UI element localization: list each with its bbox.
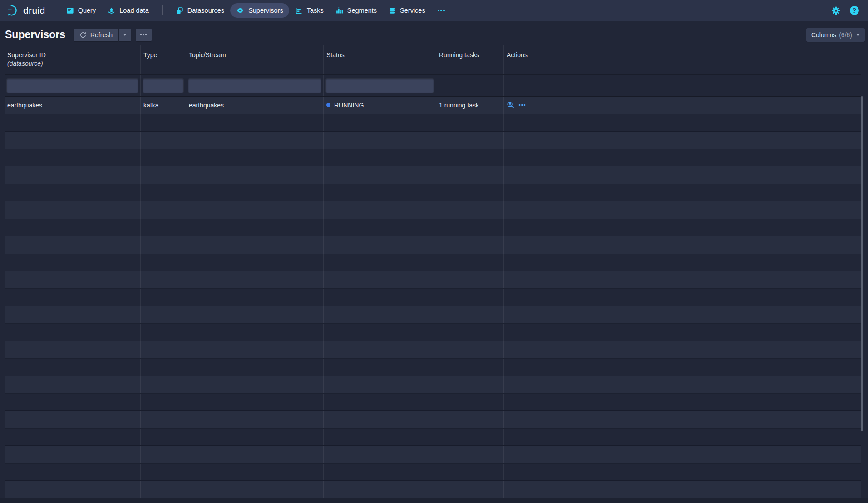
table-cell — [324, 306, 436, 323]
table-cell — [436, 464, 504, 481]
table-cell — [504, 341, 537, 358]
table-cell — [141, 446, 186, 463]
table-cell — [186, 359, 324, 376]
table-cell — [537, 324, 861, 341]
table-cell — [504, 446, 537, 463]
filter-cell — [141, 75, 186, 96]
table-cell — [436, 306, 504, 323]
table-row-empty — [5, 446, 861, 464]
toolbar-more-button[interactable] — [136, 29, 152, 41]
column-header-supervisor-id[interactable]: Supervisor ID (datasource) — [5, 45, 141, 74]
table-cell — [186, 132, 324, 149]
table-cell — [141, 376, 186, 393]
nav-item-query[interactable]: Query — [60, 4, 102, 18]
column-header-label: Actions — [507, 51, 534, 59]
nav-item-load-data[interactable]: Load data — [102, 4, 155, 18]
table-cell — [537, 201, 861, 219]
table-row-empty — [5, 219, 861, 237]
table-cell — [5, 376, 141, 393]
column-header-type[interactable]: Type — [141, 45, 186, 74]
status-running-dot — [326, 103, 330, 107]
cell-filler — [537, 97, 861, 114]
table-row-empty — [5, 376, 861, 394]
table-cell — [141, 341, 186, 358]
filter-input-type[interactable] — [143, 79, 183, 93]
refresh-button[interactable]: Refresh — [74, 29, 118, 41]
table-cell — [186, 324, 324, 341]
filter-input-status[interactable] — [326, 79, 434, 93]
table-cell — [186, 254, 324, 271]
table-cell — [537, 376, 861, 393]
column-header-label: Running tasks — [439, 51, 501, 59]
table-cell — [141, 219, 186, 236]
chevron-down-icon — [856, 34, 860, 36]
table-cell — [5, 149, 141, 166]
column-header-status[interactable]: Status — [324, 45, 436, 74]
refresh-interval-dropdown[interactable] — [119, 29, 131, 41]
table-cell — [141, 429, 186, 446]
table-cell — [537, 254, 861, 271]
cell-running-tasks[interactable]: 1 running task — [436, 97, 504, 114]
navbar-right: ? — [830, 5, 862, 16]
table-cell — [186, 394, 324, 411]
table-cell — [504, 394, 537, 411]
nav-more-button[interactable] — [431, 6, 451, 15]
druid-logo[interactable]: druid — [6, 4, 45, 17]
table-cell — [436, 446, 504, 463]
cell-type[interactable]: kafka — [141, 97, 186, 114]
cell-status[interactable]: RUNNING — [324, 97, 436, 114]
table-cell — [324, 394, 436, 411]
column-header-filler — [537, 45, 861, 74]
column-header-sublabel: (datasource) — [7, 59, 138, 68]
column-header-actions[interactable]: Actions — [504, 45, 537, 74]
table-row-empty — [5, 394, 861, 411]
cell-supervisor-id[interactable]: earthquakes — [5, 97, 141, 114]
table-cell — [5, 166, 141, 184]
column-header-label: Supervisor ID — [7, 51, 138, 59]
columns-label: Columns — [811, 31, 836, 39]
column-header-running-tasks[interactable]: Running tasks — [436, 45, 504, 74]
table-cell — [5, 429, 141, 446]
table-cell — [537, 166, 861, 184]
nav-item-segments[interactable]: Segments — [330, 4, 383, 18]
table-cell — [5, 219, 141, 236]
table-cell — [5, 114, 141, 132]
row-more-actions-button[interactable] — [518, 104, 526, 106]
table-cell — [5, 306, 141, 323]
table-cell — [141, 464, 186, 481]
refresh-icon — [79, 31, 87, 39]
table-cell — [324, 341, 436, 358]
table-cell — [5, 481, 141, 498]
nav-item-tasks[interactable]: Tasks — [289, 4, 330, 18]
table-cell — [5, 464, 141, 481]
help-button[interactable]: ? — [849, 5, 860, 16]
table-cell — [537, 132, 861, 149]
vertical-scrollbar[interactable] — [861, 96, 863, 431]
filter-input-topic-stream[interactable] — [188, 79, 321, 93]
nav-item-datasources[interactable]: Datasources — [170, 4, 230, 18]
table-cell — [324, 429, 436, 446]
navbar: druid Query Load data Datasources Superv… — [0, 0, 868, 21]
cell-topic-stream[interactable]: earthquakes — [186, 97, 324, 114]
column-header-topic-stream[interactable]: Topic/Stream — [186, 45, 324, 74]
table-cell — [324, 289, 436, 306]
services-icon — [389, 7, 396, 15]
gear-icon — [831, 6, 841, 15]
table-cell — [324, 481, 436, 498]
magnify-details-icon — [507, 101, 514, 109]
table-row-empty — [5, 481, 861, 498]
table-header-row: Supervisor ID (datasource) Type Topic/St… — [5, 45, 861, 74]
settings-button[interactable] — [830, 5, 842, 16]
filter-input-supervisor-id[interactable] — [7, 79, 138, 93]
inspect-supervisor-button[interactable] — [507, 101, 514, 109]
table-row-empty — [5, 184, 861, 202]
nav-item-supervisors[interactable]: Supervisors — [230, 3, 289, 18]
table-row-empty — [5, 271, 861, 289]
table-cell — [537, 271, 861, 288]
table-cell — [141, 359, 186, 376]
nav-item-services[interactable]: Services — [383, 4, 431, 18]
table-cell — [141, 166, 186, 184]
table-cell — [504, 166, 537, 184]
columns-button[interactable]: Columns (6/6) — [806, 28, 865, 42]
table-cell — [324, 411, 436, 428]
